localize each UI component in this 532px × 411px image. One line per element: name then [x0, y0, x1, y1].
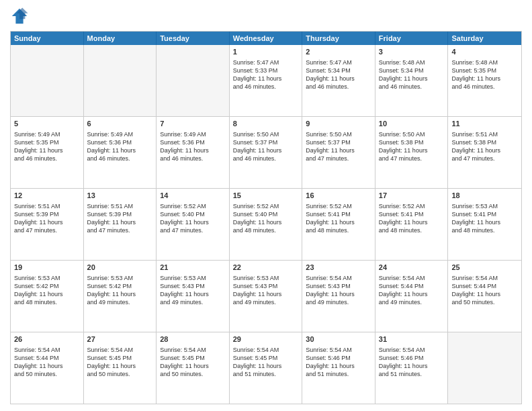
cell-info: Sunrise: 5:54 AM Sunset: 5:44 PM Dayligh…	[451, 274, 518, 307]
day-number: 4	[451, 47, 518, 57]
calendar-cell: 8Sunrise: 5:50 AM Sunset: 5:37 PM Daylig…	[230, 117, 303, 188]
calendar-cell: 6Sunrise: 5:49 AM Sunset: 5:36 PM Daylig…	[84, 117, 157, 188]
calendar-cell: 13Sunrise: 5:51 AM Sunset: 5:39 PM Dayli…	[84, 189, 157, 260]
calendar-cell: 5Sunrise: 5:49 AM Sunset: 5:35 PM Daylig…	[11, 117, 84, 188]
calendar-cell: 24Sunrise: 5:54 AM Sunset: 5:44 PM Dayli…	[375, 261, 449, 332]
calendar: Sunday Monday Tuesday Wednesday Thursday…	[10, 31, 522, 404]
day-number: 24	[379, 263, 445, 273]
day-number: 27	[87, 334, 153, 345]
day-number: 11	[451, 119, 518, 129]
calendar-cell: 12Sunrise: 5:51 AM Sunset: 5:39 PM Dayli…	[11, 189, 84, 260]
cell-info: Sunrise: 5:50 AM Sunset: 5:37 PM Dayligh…	[233, 130, 299, 163]
cell-info: Sunrise: 5:49 AM Sunset: 5:36 PM Dayligh…	[87, 130, 153, 163]
day-number: 23	[306, 263, 371, 273]
logo-icon	[10, 7, 29, 26]
cell-info: Sunrise: 5:53 AM Sunset: 5:42 PM Dayligh…	[14, 274, 80, 307]
day-number: 19	[14, 263, 80, 273]
day-number: 15	[233, 191, 299, 201]
header-friday: Friday	[375, 32, 449, 45]
header-tuesday: Tuesday	[157, 32, 230, 45]
cell-info: Sunrise: 5:49 AM Sunset: 5:35 PM Dayligh…	[14, 130, 80, 163]
calendar-cell	[157, 45, 230, 116]
calendar-cell: 19Sunrise: 5:53 AM Sunset: 5:42 PM Dayli…	[11, 261, 84, 332]
calendar-row-5: 26Sunrise: 5:54 AM Sunset: 5:44 PM Dayli…	[11, 332, 521, 404]
header-thursday: Thursday	[302, 32, 375, 45]
cell-info: Sunrise: 5:54 AM Sunset: 5:44 PM Dayligh…	[379, 274, 445, 307]
calendar-cell: 7Sunrise: 5:49 AM Sunset: 5:36 PM Daylig…	[157, 117, 230, 188]
cell-info: Sunrise: 5:50 AM Sunset: 5:37 PM Dayligh…	[306, 130, 371, 163]
cell-info: Sunrise: 5:49 AM Sunset: 5:36 PM Dayligh…	[160, 130, 226, 163]
day-number: 13	[87, 191, 153, 201]
calendar-cell	[11, 45, 84, 116]
cell-info: Sunrise: 5:51 AM Sunset: 5:39 PM Dayligh…	[87, 202, 153, 235]
cell-info: Sunrise: 5:48 AM Sunset: 5:35 PM Dayligh…	[451, 58, 518, 91]
calendar-cell: 30Sunrise: 5:54 AM Sunset: 5:46 PM Dayli…	[302, 332, 375, 404]
day-number: 17	[379, 191, 445, 201]
day-number: 18	[451, 191, 518, 201]
calendar-cell: 4Sunrise: 5:48 AM Sunset: 5:35 PM Daylig…	[448, 45, 521, 116]
day-number: 22	[233, 263, 299, 273]
day-number: 20	[87, 263, 153, 273]
logo	[10, 7, 32, 26]
calendar-cell: 16Sunrise: 5:52 AM Sunset: 5:41 PM Dayli…	[302, 189, 375, 260]
day-number: 5	[14, 119, 80, 129]
calendar-row-2: 5Sunrise: 5:49 AM Sunset: 5:35 PM Daylig…	[11, 116, 521, 188]
calendar-cell: 27Sunrise: 5:54 AM Sunset: 5:45 PM Dayli…	[84, 332, 157, 404]
day-number: 25	[451, 263, 518, 273]
cell-info: Sunrise: 5:54 AM Sunset: 5:44 PM Dayligh…	[14, 346, 80, 379]
day-number: 26	[14, 334, 80, 345]
day-number: 14	[160, 191, 226, 201]
day-number: 3	[379, 47, 445, 57]
calendar-cell: 20Sunrise: 5:53 AM Sunset: 5:42 PM Dayli…	[84, 261, 157, 332]
calendar-cell: 22Sunrise: 5:53 AM Sunset: 5:43 PM Dayli…	[230, 261, 303, 332]
calendar-cell: 18Sunrise: 5:53 AM Sunset: 5:41 PM Dayli…	[448, 189, 521, 260]
calendar-cell: 25Sunrise: 5:54 AM Sunset: 5:44 PM Dayli…	[448, 261, 521, 332]
calendar-cell: 29Sunrise: 5:54 AM Sunset: 5:45 PM Dayli…	[230, 332, 303, 404]
calendar-row-3: 12Sunrise: 5:51 AM Sunset: 5:39 PM Dayli…	[11, 188, 521, 260]
day-number: 2	[306, 47, 371, 57]
calendar-cell	[84, 45, 157, 116]
cell-info: Sunrise: 5:47 AM Sunset: 5:34 PM Dayligh…	[306, 58, 371, 91]
day-number: 6	[87, 119, 153, 129]
cell-info: Sunrise: 5:54 AM Sunset: 5:45 PM Dayligh…	[233, 346, 299, 379]
cell-info: Sunrise: 5:50 AM Sunset: 5:38 PM Dayligh…	[379, 130, 445, 163]
header-wednesday: Wednesday	[230, 32, 303, 45]
calendar-row-4: 19Sunrise: 5:53 AM Sunset: 5:42 PM Dayli…	[11, 260, 521, 332]
calendar-cell: 23Sunrise: 5:54 AM Sunset: 5:43 PM Dayli…	[302, 261, 375, 332]
day-number: 9	[306, 119, 371, 129]
calendar-cell: 26Sunrise: 5:54 AM Sunset: 5:44 PM Dayli…	[11, 332, 84, 404]
cell-info: Sunrise: 5:54 AM Sunset: 5:45 PM Dayligh…	[160, 346, 226, 379]
calendar-header: Sunday Monday Tuesday Wednesday Thursday…	[11, 32, 521, 45]
cell-info: Sunrise: 5:53 AM Sunset: 5:43 PM Dayligh…	[233, 274, 299, 307]
cell-info: Sunrise: 5:54 AM Sunset: 5:43 PM Dayligh…	[306, 274, 371, 307]
header	[10, 7, 522, 26]
cell-info: Sunrise: 5:54 AM Sunset: 5:46 PM Dayligh…	[306, 346, 371, 379]
cell-info: Sunrise: 5:52 AM Sunset: 5:40 PM Dayligh…	[233, 202, 299, 235]
cell-info: Sunrise: 5:53 AM Sunset: 5:43 PM Dayligh…	[160, 274, 226, 307]
calendar-cell: 1Sunrise: 5:47 AM Sunset: 5:33 PM Daylig…	[230, 45, 303, 116]
calendar-cell	[448, 332, 521, 404]
calendar-cell: 28Sunrise: 5:54 AM Sunset: 5:45 PM Dayli…	[157, 332, 230, 404]
calendar-cell: 2Sunrise: 5:47 AM Sunset: 5:34 PM Daylig…	[302, 45, 375, 116]
calendar-cell: 17Sunrise: 5:52 AM Sunset: 5:41 PM Dayli…	[375, 189, 449, 260]
calendar-cell: 3Sunrise: 5:48 AM Sunset: 5:34 PM Daylig…	[375, 45, 449, 116]
calendar-cell: 21Sunrise: 5:53 AM Sunset: 5:43 PM Dayli…	[157, 261, 230, 332]
calendar-cell: 15Sunrise: 5:52 AM Sunset: 5:40 PM Dayli…	[230, 189, 303, 260]
cell-info: Sunrise: 5:47 AM Sunset: 5:33 PM Dayligh…	[233, 58, 299, 91]
day-number: 30	[306, 334, 371, 345]
calendar-cell: 11Sunrise: 5:51 AM Sunset: 5:38 PM Dayli…	[448, 117, 521, 188]
day-number: 7	[160, 119, 226, 129]
calendar-cell: 10Sunrise: 5:50 AM Sunset: 5:38 PM Dayli…	[375, 117, 449, 188]
cell-info: Sunrise: 5:53 AM Sunset: 5:41 PM Dayligh…	[451, 202, 518, 235]
day-number: 10	[379, 119, 445, 129]
calendar-cell: 14Sunrise: 5:52 AM Sunset: 5:40 PM Dayli…	[157, 189, 230, 260]
page: Sunday Monday Tuesday Wednesday Thursday…	[0, 0, 532, 411]
day-number: 12	[14, 191, 80, 201]
day-number: 29	[233, 334, 299, 345]
cell-info: Sunrise: 5:52 AM Sunset: 5:41 PM Dayligh…	[306, 202, 371, 235]
calendar-body: 1Sunrise: 5:47 AM Sunset: 5:33 PM Daylig…	[11, 45, 521, 404]
calendar-row-1: 1Sunrise: 5:47 AM Sunset: 5:33 PM Daylig…	[11, 45, 521, 116]
day-number: 31	[379, 334, 445, 345]
header-saturday: Saturday	[448, 32, 521, 45]
cell-info: Sunrise: 5:51 AM Sunset: 5:39 PM Dayligh…	[14, 202, 80, 235]
